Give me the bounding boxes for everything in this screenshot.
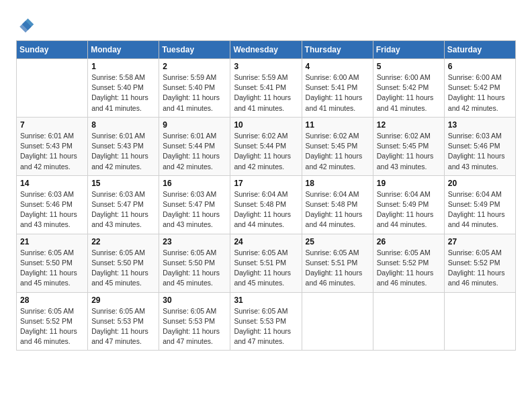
calendar-cell: 23Sunrise: 6:05 AMSunset: 5:50 PMDayligh… — [159, 234, 230, 292]
day-info: Sunrise: 6:05 AMSunset: 5:52 PMDaylight:… — [20, 306, 84, 347]
day-number: 26 — [377, 237, 441, 246]
day-number: 12 — [377, 120, 441, 130]
day-info: Sunrise: 6:03 AMSunset: 5:46 PMDaylight:… — [20, 189, 84, 230]
calendar-cell — [17, 59, 88, 118]
calendar-week-row: 7Sunrise: 6:01 AMSunset: 5:43 PMDaylight… — [17, 117, 516, 175]
day-number: 22 — [91, 237, 155, 246]
day-info: Sunrise: 6:00 AMSunset: 5:42 PMDaylight:… — [377, 73, 441, 113]
calendar-cell: 7Sunrise: 6:01 AMSunset: 5:43 PMDaylight… — [17, 117, 88, 175]
day-info: Sunrise: 6:04 AMSunset: 5:48 PMDaylight:… — [306, 189, 369, 230]
day-info: Sunrise: 6:04 AMSunset: 5:49 PMDaylight:… — [448, 189, 512, 230]
calendar-cell: 14Sunrise: 6:03 AMSunset: 5:46 PMDayligh… — [17, 175, 88, 234]
day-info: Sunrise: 6:03 AMSunset: 5:46 PMDaylight:… — [448, 131, 512, 172]
day-info: Sunrise: 6:05 AMSunset: 5:51 PMDaylight:… — [306, 248, 369, 289]
day-number: 23 — [163, 237, 226, 246]
calendar-cell: 22Sunrise: 6:05 AMSunset: 5:50 PMDayligh… — [88, 234, 159, 292]
day-number: 4 — [306, 62, 369, 71]
weekday-header: Monday — [88, 41, 159, 59]
day-info: Sunrise: 6:05 AMSunset: 5:52 PMDaylight:… — [377, 248, 441, 289]
day-info: Sunrise: 6:05 AMSunset: 5:53 PMDaylight:… — [91, 306, 155, 347]
header-row: SundayMondayTuesdayWednesdayThursdayFrid… — [17, 41, 516, 59]
calendar-table: SundayMondayTuesdayWednesdayThursdayFrid… — [16, 40, 516, 351]
calendar-cell: 24Sunrise: 6:05 AMSunset: 5:51 PMDayligh… — [230, 234, 302, 292]
day-number: 8 — [91, 120, 155, 130]
calendar-cell: 5Sunrise: 6:00 AMSunset: 5:42 PMDaylight… — [373, 59, 444, 118]
day-info: Sunrise: 6:04 AMSunset: 5:48 PMDaylight:… — [234, 189, 298, 230]
weekday-header: Tuesday — [159, 41, 230, 59]
day-info: Sunrise: 6:02 AMSunset: 5:45 PMDaylight:… — [377, 131, 441, 172]
calendar-week-row: 14Sunrise: 6:03 AMSunset: 5:46 PMDayligh… — [17, 175, 516, 234]
calendar-cell: 20Sunrise: 6:04 AMSunset: 5:49 PMDayligh… — [444, 175, 515, 234]
calendar-week-row: 28Sunrise: 6:05 AMSunset: 5:52 PMDayligh… — [17, 292, 516, 351]
calendar-cell: 19Sunrise: 6:04 AMSunset: 5:49 PMDayligh… — [373, 175, 444, 234]
calendar-cell: 15Sunrise: 6:03 AMSunset: 5:47 PMDayligh… — [88, 175, 159, 234]
calendar-cell: 16Sunrise: 6:03 AMSunset: 5:47 PMDayligh… — [159, 175, 230, 234]
weekday-header: Friday — [373, 41, 444, 59]
day-number: 9 — [163, 120, 226, 130]
day-number: 11 — [306, 120, 369, 130]
day-number: 29 — [91, 295, 155, 305]
calendar-cell: 9Sunrise: 6:01 AMSunset: 5:44 PMDaylight… — [159, 117, 230, 175]
calendar-cell: 4Sunrise: 6:00 AMSunset: 5:41 PMDaylight… — [302, 59, 373, 118]
calendar-cell — [373, 292, 444, 351]
day-info: Sunrise: 5:58 AMSunset: 5:40 PMDaylight:… — [91, 73, 155, 113]
day-number: 27 — [448, 237, 512, 246]
calendar-cell: 1Sunrise: 5:58 AMSunset: 5:40 PMDaylight… — [88, 59, 159, 118]
day-info: Sunrise: 5:59 AMSunset: 5:41 PMDaylight:… — [234, 73, 298, 113]
day-info: Sunrise: 6:05 AMSunset: 5:52 PMDaylight:… — [448, 248, 512, 289]
day-number: 19 — [377, 179, 441, 188]
calendar-cell: 6Sunrise: 6:00 AMSunset: 5:42 PMDaylight… — [444, 59, 515, 118]
day-info: Sunrise: 6:02 AMSunset: 5:44 PMDaylight:… — [234, 131, 298, 172]
day-number: 13 — [448, 120, 512, 130]
weekday-header: Sunday — [17, 41, 88, 59]
calendar-body: 1Sunrise: 5:58 AMSunset: 5:40 PMDaylight… — [17, 59, 516, 351]
day-info: Sunrise: 6:00 AMSunset: 5:42 PMDaylight:… — [448, 73, 512, 113]
day-info: Sunrise: 5:59 AMSunset: 5:40 PMDaylight:… — [163, 73, 226, 113]
calendar-cell: 13Sunrise: 6:03 AMSunset: 5:46 PMDayligh… — [444, 117, 515, 175]
day-number: 17 — [234, 179, 298, 188]
day-number: 6 — [448, 62, 512, 71]
day-info: Sunrise: 6:00 AMSunset: 5:41 PMDaylight:… — [306, 73, 369, 113]
day-number: 1 — [91, 62, 155, 71]
calendar-cell: 8Sunrise: 6:01 AMSunset: 5:43 PMDaylight… — [88, 117, 159, 175]
calendar-cell: 30Sunrise: 6:05 AMSunset: 5:53 PMDayligh… — [159, 292, 230, 351]
day-number: 30 — [163, 295, 226, 305]
calendar-cell: 26Sunrise: 6:05 AMSunset: 5:52 PMDayligh… — [373, 234, 444, 292]
day-number: 3 — [234, 62, 298, 71]
day-number: 21 — [20, 237, 84, 246]
day-info: Sunrise: 6:01 AMSunset: 5:44 PMDaylight:… — [163, 131, 226, 172]
calendar-cell — [444, 292, 515, 351]
day-info: Sunrise: 6:05 AMSunset: 5:51 PMDaylight:… — [234, 248, 298, 289]
day-info: Sunrise: 6:01 AMSunset: 5:43 PMDaylight:… — [91, 131, 155, 172]
calendar-week-row: 1Sunrise: 5:58 AMSunset: 5:40 PMDaylight… — [17, 59, 516, 118]
calendar-cell: 18Sunrise: 6:04 AMSunset: 5:48 PMDayligh… — [302, 175, 373, 234]
calendar-cell: 27Sunrise: 6:05 AMSunset: 5:52 PMDayligh… — [444, 234, 515, 292]
calendar-cell: 2Sunrise: 5:59 AMSunset: 5:40 PMDaylight… — [159, 59, 230, 118]
day-number: 28 — [20, 295, 84, 305]
day-number: 2 — [163, 62, 226, 71]
day-number: 31 — [234, 295, 298, 305]
day-info: Sunrise: 6:01 AMSunset: 5:43 PMDaylight:… — [20, 131, 84, 172]
day-number: 20 — [448, 179, 512, 188]
day-number: 5 — [377, 62, 441, 71]
day-number: 16 — [163, 179, 226, 188]
day-number: 7 — [20, 120, 84, 130]
calendar-cell: 12Sunrise: 6:02 AMSunset: 5:45 PMDayligh… — [373, 117, 444, 175]
day-number: 24 — [234, 237, 298, 246]
day-number: 10 — [234, 120, 298, 130]
day-info: Sunrise: 6:02 AMSunset: 5:45 PMDaylight:… — [306, 131, 369, 172]
day-info: Sunrise: 6:03 AMSunset: 5:47 PMDaylight:… — [163, 189, 226, 230]
day-number: 15 — [91, 179, 155, 188]
day-info: Sunrise: 6:05 AMSunset: 5:50 PMDaylight:… — [163, 248, 226, 289]
day-info: Sunrise: 6:05 AMSunset: 5:53 PMDaylight:… — [234, 306, 298, 347]
day-number: 18 — [306, 179, 369, 188]
logo-icon — [16, 16, 35, 35]
day-info: Sunrise: 6:05 AMSunset: 5:53 PMDaylight:… — [163, 306, 226, 347]
calendar-cell: 25Sunrise: 6:05 AMSunset: 5:51 PMDayligh… — [302, 234, 373, 292]
day-info: Sunrise: 6:05 AMSunset: 5:50 PMDaylight:… — [91, 248, 155, 289]
day-info: Sunrise: 6:05 AMSunset: 5:50 PMDaylight:… — [20, 248, 84, 289]
day-number: 25 — [306, 237, 369, 246]
calendar-week-row: 21Sunrise: 6:05 AMSunset: 5:50 PMDayligh… — [17, 234, 516, 292]
calendar-cell: 29Sunrise: 6:05 AMSunset: 5:53 PMDayligh… — [88, 292, 159, 351]
weekday-header: Saturday — [444, 41, 515, 59]
